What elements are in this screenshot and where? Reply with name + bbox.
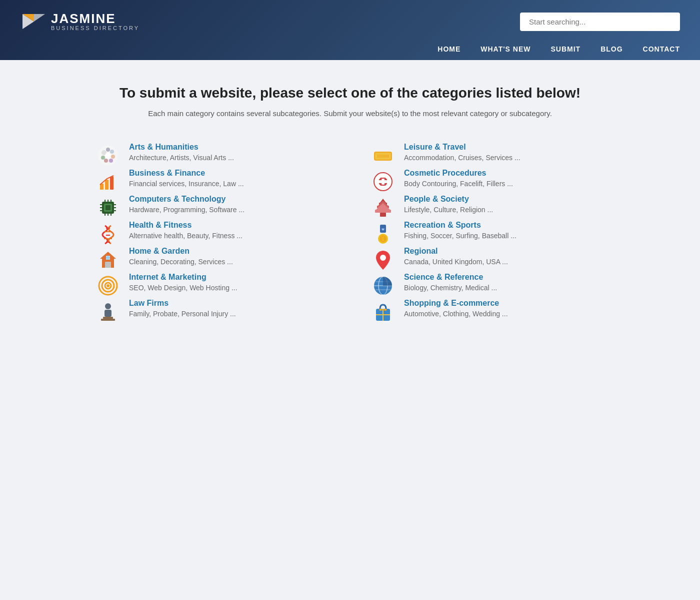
svg-rect-13: [105, 180, 108, 190]
svg-point-44: [105, 303, 111, 309]
svg-point-5: [106, 148, 110, 152]
regional-title: Regional: [404, 247, 508, 256]
category-cosmetic-procedures[interactable]: Cosmetic Procedures Body Contouring, Fac…: [370, 169, 605, 195]
computers-technology-title: Computers & Technology: [129, 195, 244, 204]
category-regional[interactable]: Regional Canada, United Kingdom, USA ...: [370, 247, 605, 273]
globe-icon: [370, 273, 396, 299]
main-content: To submit a website, please select one o…: [75, 60, 625, 355]
ticket-icon: [370, 143, 396, 169]
health-fitness-desc: Alternative health, Beauty, Fitness ...: [129, 232, 242, 240]
svg-rect-67: [375, 210, 391, 213]
house-icon: [95, 247, 121, 273]
science-reference-info: Science & Reference Biology, Chemistry, …: [404, 273, 497, 292]
pagoda-icon: [370, 195, 396, 221]
category-leisure-travel[interactable]: Leisure & Travel Accommodation, Cruises,…: [370, 143, 605, 169]
recreation-sports-desc: Fishing, Soccer, Surfing, Baseball ...: [404, 232, 516, 240]
page-subtext: Each main category contains several subc…: [95, 109, 605, 118]
category-shopping-ecommerce[interactable]: Shopping & E-commerce Automotive, Clothi…: [370, 299, 605, 325]
health-fitness-title: Health & Fitness: [129, 221, 242, 230]
svg-point-6: [110, 150, 114, 154]
arts-humanities-title: Arts & Humanities: [129, 143, 234, 152]
category-business-finance[interactable]: Business & Finance Financial services, I…: [95, 169, 330, 195]
svg-rect-36: [105, 262, 111, 268]
svg-point-7: [111, 155, 115, 159]
nav-whats-new[interactable]: WHAT'S NEW: [480, 45, 530, 53]
home-garden-title: Home & Garden: [129, 247, 233, 256]
shopping-ecommerce-desc: Automotive, Clothing, Wedding ...: [404, 310, 508, 318]
logo-area[interactable]: JASMINE BUSINESS DIRECTORY: [20, 9, 140, 34]
nav-bar: HOME WHAT'S NEW SUBMIT BLOG CONTACT: [20, 39, 680, 60]
chip-icon: [95, 195, 121, 221]
internet-marketing-desc: SEO, Web Design, Web Hosting ...: [129, 284, 238, 292]
categories-col-right: Leisure & Travel Accommodation, Cruises,…: [370, 143, 605, 325]
svg-rect-50: [375, 153, 391, 160]
category-health-fitness[interactable]: Health & Fitness Alternative health, Bea…: [95, 221, 330, 247]
svg-rect-47: [101, 319, 115, 321]
law-firms-title: Law Firms: [129, 299, 236, 308]
category-people-society[interactable]: People & Society Lifestyle, Culture, Rel…: [370, 195, 605, 221]
category-internet-marketing[interactable]: Internet & Marketing SEO, Web Design, We…: [95, 273, 330, 299]
svg-rect-68: [380, 213, 386, 217]
svg-point-10: [109, 159, 113, 163]
categories-grid: Arts & Humanities Architecture, Artists,…: [95, 143, 605, 325]
home-garden-desc: Cleaning, Decorating, Services ...: [129, 258, 233, 266]
computers-technology-desc: Hardware, Programming, Software ...: [129, 206, 244, 214]
regional-info: Regional Canada, United Kingdom, USA ...: [404, 247, 508, 266]
target-icon: [95, 273, 121, 299]
category-recreation-sports[interactable]: 1 Recreation & Sports Fishing, Soccer, S…: [370, 221, 605, 247]
page-heading: To submit a website, please select one o…: [95, 85, 605, 101]
brand-name: JASMINE: [51, 12, 140, 25]
people-society-desc: Lifestyle, Culture, Religion ...: [404, 206, 493, 214]
business-finance-title: Business & Finance: [129, 169, 244, 178]
svg-point-8: [101, 156, 105, 160]
categories-col-left: Arts & Humanities Architecture, Artists,…: [95, 143, 330, 325]
business-finance-desc: Financial services, Insurance, Law ...: [129, 180, 244, 188]
recreation-sports-info: Recreation & Sports Fishing, Soccer, Sur…: [404, 221, 516, 240]
nav-contact[interactable]: CONTACT: [643, 45, 680, 53]
svg-point-74: [380, 255, 386, 261]
svg-point-11: [105, 153, 111, 159]
header: JASMINE BUSINESS DIRECTORY HOME WHAT'S N…: [0, 0, 700, 60]
category-law-firms[interactable]: Law Firms Family, Probate, Personal Inju…: [95, 299, 330, 325]
leisure-travel-desc: Accommodation, Cruises, Services ...: [404, 154, 520, 162]
palette-icon: [95, 143, 121, 169]
law-firms-desc: Family, Probate, Personal Injury ...: [129, 310, 236, 318]
home-garden-info: Home & Garden Cleaning, Decorating, Serv…: [129, 247, 233, 266]
category-science-reference[interactable]: Science & Reference Biology, Chemistry, …: [370, 273, 605, 299]
internet-marketing-title: Internet & Marketing: [129, 273, 238, 282]
svg-rect-17: [106, 205, 110, 210]
svg-rect-45: [104, 310, 112, 317]
nav-submit[interactable]: SUBMIT: [550, 45, 580, 53]
cosmetic-procedures-title: Cosmetic Procedures: [404, 169, 513, 178]
arts-humanities-info: Arts & Humanities Architecture, Artists,…: [129, 143, 234, 162]
judge-icon: [95, 299, 121, 325]
business-finance-info: Business & Finance Financial services, I…: [129, 169, 244, 188]
internet-marketing-info: Internet & Marketing SEO, Web Design, We…: [129, 273, 238, 292]
logo-text: JASMINE BUSINESS DIRECTORY: [51, 12, 140, 31]
arts-humanities-desc: Architecture, Artists, Visual Arts ...: [129, 154, 234, 162]
nav-blog[interactable]: BLOG: [600, 45, 622, 53]
computers-technology-info: Computers & Technology Hardware, Program…: [129, 195, 244, 214]
shopping-ecommerce-info: Shopping & E-commerce Automotive, Clothi…: [404, 299, 508, 318]
category-home-garden[interactable]: Home & Garden Cleaning, Decorating, Serv…: [95, 247, 330, 273]
svg-marker-2: [34, 14, 45, 22]
nav-home[interactable]: HOME: [438, 45, 460, 53]
recreation-sports-title: Recreation & Sports: [404, 221, 516, 230]
leisure-travel-info: Leisure & Travel Accommodation, Cruises,…: [404, 143, 520, 162]
logo-icon: [20, 9, 45, 34]
category-arts-humanities[interactable]: Arts & Humanities Architecture, Artists,…: [95, 143, 330, 169]
dna-icon: [95, 221, 121, 247]
leisure-travel-title: Leisure & Travel: [404, 143, 520, 152]
search-input[interactable]: [520, 13, 680, 31]
people-society-info: People & Society Lifestyle, Culture, Rel…: [404, 195, 493, 214]
shopping-ecommerce-title: Shopping & E-commerce: [404, 299, 508, 308]
svg-rect-46: [103, 317, 113, 319]
bag-icon: [370, 299, 396, 325]
pin-icon: [370, 247, 396, 273]
header-top: JASMINE BUSINESS DIRECTORY: [20, 0, 680, 39]
people-society-title: People & Society: [404, 195, 493, 204]
health-fitness-info: Health & Fitness Alternative health, Bea…: [129, 221, 242, 240]
chart-icon: [95, 169, 121, 195]
category-computers-technology[interactable]: Computers & Technology Hardware, Program…: [95, 195, 330, 221]
svg-text:1: 1: [382, 236, 384, 242]
